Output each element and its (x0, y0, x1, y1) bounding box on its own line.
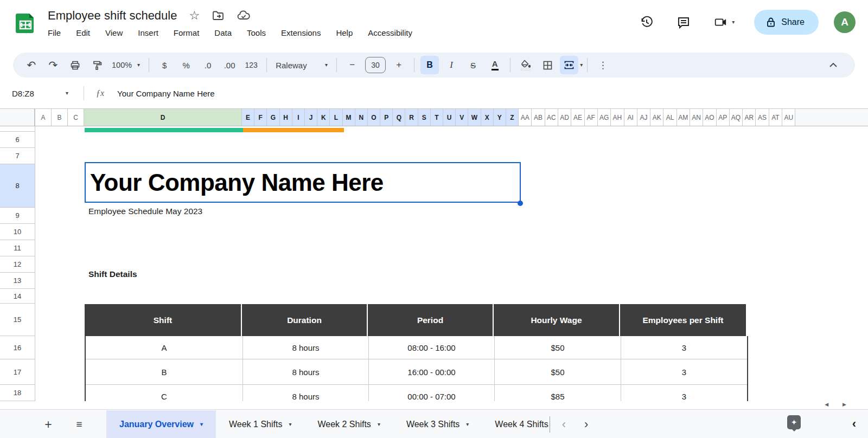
column-header[interactable]: AD (558, 109, 571, 126)
column-header[interactable]: AK (650, 109, 663, 126)
number-format-icon[interactable]: 123 (242, 56, 260, 74)
menu-item[interactable]: Data (214, 28, 232, 37)
column-header[interactable]: AG (598, 109, 611, 126)
more-options-icon[interactable]: ⋮ (593, 56, 612, 74)
move-folder-icon[interactable] (212, 9, 225, 22)
column-header[interactable]: I (292, 109, 305, 126)
meet-dropdown-caret-icon[interactable]: ▾ (732, 20, 735, 25)
menu-item[interactable]: Tools (247, 28, 266, 37)
sheet-tab-week-2[interactable]: Week 2 Shifts ▾ (304, 410, 393, 438)
redo-icon[interactable]: ↷ (44, 56, 62, 74)
paint-format-icon[interactable] (87, 56, 106, 74)
row-header[interactable]: 7 (0, 148, 35, 164)
cell[interactable]: $85 (495, 385, 621, 401)
column-header[interactable]: D (84, 109, 242, 126)
menu-item[interactable]: Extensions (281, 28, 321, 37)
sheet-tab-january-overview[interactable]: January Overview ▾ (106, 410, 216, 438)
cell[interactable]: 8 hours (243, 359, 369, 384)
column-header[interactable]: AS (756, 109, 769, 126)
column-header[interactable]: AT (769, 109, 782, 126)
schedule-subtitle[interactable]: Employee Schedule May 2023 (88, 207, 202, 216)
teal-band-cell[interactable] (85, 128, 243, 132)
orange-band-cell[interactable] (243, 128, 344, 132)
zoom-control[interactable]: 100% ▾ (107, 61, 144, 69)
row-header[interactable]: 16 (0, 336, 35, 359)
column-header[interactable]: S (418, 109, 431, 126)
row-header[interactable]: 17 (0, 359, 35, 385)
font-size-input[interactable]: 30 (365, 57, 386, 73)
increase-font-size-button[interactable]: + (390, 56, 408, 74)
column-header[interactable]: K (317, 109, 330, 126)
tabs-scroll-right-icon[interactable]: › (584, 417, 588, 431)
column-header[interactable]: AP (717, 109, 730, 126)
menu-item[interactable]: Insert (138, 28, 158, 37)
cell[interactable]: 08:00 - 16:00 (369, 336, 495, 359)
column-header[interactable]: Y (494, 109, 506, 126)
row-header[interactable]: 14 (0, 289, 35, 304)
text-color-button[interactable]: A (486, 56, 504, 74)
tab-caret-icon[interactable]: ▾ (466, 422, 469, 427)
share-button[interactable]: Share (754, 10, 819, 35)
row-header[interactable]: 8 (0, 164, 35, 208)
sheet-tab-week-4[interactable]: Week 4 Shifts (482, 410, 548, 438)
column-header[interactable]: C (68, 109, 84, 126)
star-icon[interactable]: ☆ (189, 10, 200, 22)
cell[interactable]: $50 (495, 359, 621, 384)
account-avatar[interactable]: A (834, 11, 856, 33)
column-header[interactable]: G (267, 109, 279, 126)
gemini-sparkle-icon[interactable]: ✦ (787, 415, 801, 429)
tab-caret-icon[interactable]: ▾ (378, 422, 380, 427)
tab-caret-icon[interactable]: ▾ (289, 422, 291, 427)
percent-format-icon[interactable]: % (177, 56, 195, 74)
print-icon[interactable] (66, 56, 84, 74)
column-header[interactable]: X (481, 109, 494, 126)
row-header[interactable] (0, 126, 35, 132)
menu-item[interactable]: File (48, 28, 61, 37)
menu-item[interactable]: Help (336, 28, 353, 37)
italic-button[interactable]: I (442, 56, 461, 74)
decrease-decimal-icon[interactable]: .0 (199, 56, 217, 74)
cell[interactable]: 16:00 - 00:00 (369, 359, 495, 384)
column-header[interactable]: AE (571, 109, 584, 126)
column-header[interactable]: R (405, 109, 418, 126)
comments-icon[interactable] (676, 15, 691, 29)
name-box[interactable]: D8:Z8 ▾ (0, 89, 68, 98)
column-header[interactable]: E (242, 109, 254, 126)
column-header[interactable]: Q (393, 109, 405, 126)
column-header[interactable]: AI (624, 109, 637, 126)
cell[interactable]: 8 hours (243, 385, 369, 401)
spreadsheet-grid[interactable]: 6789101112131415161718 Your Company Name… (0, 126, 868, 401)
column-header[interactable]: AU (782, 109, 795, 126)
column-header[interactable]: AB (532, 109, 545, 126)
column-header[interactable]: W (468, 109, 481, 126)
row-header[interactable]: 10 (0, 224, 35, 240)
column-header[interactable]: T (431, 109, 443, 126)
shift-details-heading[interactable]: Shift Details (88, 269, 137, 279)
cloud-saved-icon[interactable] (237, 9, 251, 22)
column-header[interactable]: AC (545, 109, 558, 126)
undo-icon[interactable]: ↶ (22, 56, 41, 74)
merge-cells-icon[interactable] (560, 56, 578, 74)
row-header[interactable]: 12 (0, 256, 35, 273)
cell[interactable]: B (86, 359, 243, 384)
column-header[interactable]: AF (585, 109, 598, 126)
meet-video-icon[interactable] (713, 15, 727, 29)
table-header-hourly-wage[interactable]: Hourly Wage (494, 304, 620, 336)
column-header[interactable]: AH (611, 109, 624, 126)
cell[interactable]: 00:00 - 07:00 (369, 385, 495, 401)
column-header[interactable]: M (343, 109, 355, 126)
increase-decimal-icon[interactable]: .00 (220, 56, 239, 74)
tabs-scroll-left-icon[interactable]: ‹ (562, 417, 566, 431)
cell[interactable]: 3 (621, 385, 747, 401)
selection-fill-handle[interactable] (518, 201, 523, 206)
select-all-corner[interactable] (0, 109, 35, 126)
row-header[interactable]: 15 (0, 304, 35, 336)
document-title[interactable]: Employee shift schedule (48, 9, 177, 23)
menu-item[interactable]: Accessibility (368, 28, 412, 37)
add-sheet-icon[interactable]: + (40, 416, 56, 433)
cell[interactable]: 3 (621, 359, 747, 384)
font-family-select[interactable]: Raleway ▾ (271, 61, 332, 70)
hide-menus-chevron-icon[interactable] (829, 62, 838, 68)
column-header[interactable]: Z (506, 109, 519, 126)
sheets-logo-icon[interactable] (14, 12, 37, 35)
